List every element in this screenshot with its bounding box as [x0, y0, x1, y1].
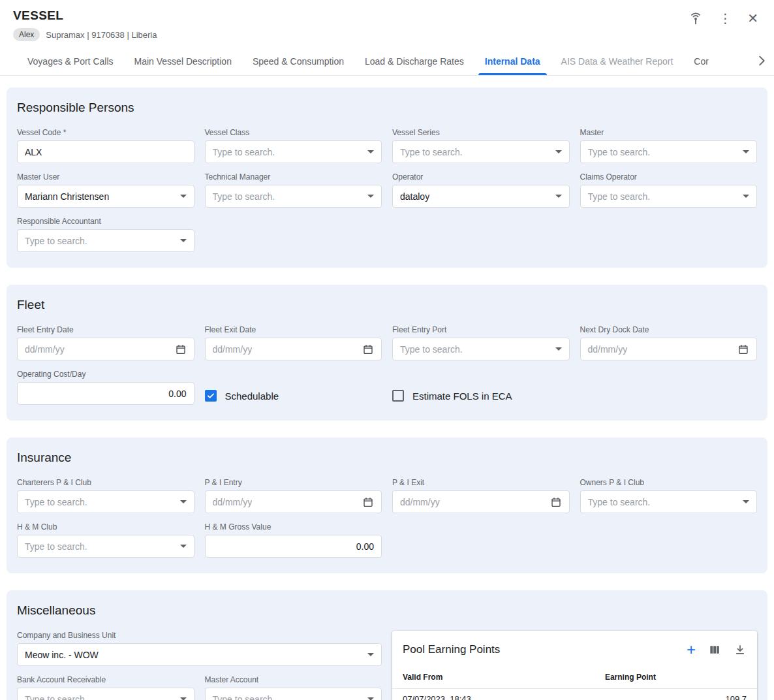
insurance-grid: Charterers P & I Club Type to search. P … — [17, 478, 757, 558]
chevron-down-icon — [555, 195, 562, 198]
fleet-grid: Fleet Entry Date dd/mm/yy Fleet Exit Dat… — [17, 325, 757, 405]
tab-internal-data[interactable]: Internal Data — [474, 46, 551, 75]
fleet-entry-date-input[interactable]: dd/mm/yy — [17, 338, 194, 360]
master-user-label: Master User — [17, 172, 194, 182]
estimate-fols-in-eca-checkbox[interactable]: Estimate FOLS in ECA — [392, 370, 570, 405]
pi-exit-field: P & I Exit dd/mm/yy — [392, 478, 570, 513]
technical-manager-label: Technical Manager — [205, 172, 382, 182]
vessel-class-select[interactable]: Type to search. — [205, 140, 382, 163]
fleet-section: Fleet Fleet Entry Date dd/mm/yy Fleet Ex… — [7, 285, 767, 421]
grid-spacer — [580, 370, 758, 405]
insurance-title: Insurance — [17, 451, 757, 465]
valid-from-cell: 07/07/2023, 18:43 — [392, 689, 595, 700]
fleet-entry-port-label: Fleet Entry Port — [392, 325, 570, 334]
charterers-pi-club-field: Charterers P & I Club Type to search. — [17, 478, 194, 513]
window-header: VESSEL Alex Supramax | 9170638 | Liberia… — [0, 0, 774, 41]
master-user-select[interactable]: Mariann Christensen — [17, 185, 194, 208]
calendar-icon[interactable] — [737, 343, 749, 355]
responsible-persons-section: Responsible Persons Vessel Code * Vessel… — [7, 88, 767, 268]
operating-cost-day-field: Operating Cost/Day — [17, 370, 194, 405]
pool-earning-points-title: Pool Earning Points — [403, 643, 500, 656]
tab-scroll-right-icon[interactable] — [752, 46, 774, 75]
responsible-accountant-select[interactable]: Type to search. — [17, 229, 194, 252]
master-account-select[interactable]: Type to search. — [205, 688, 382, 700]
pool-earning-points-actions: + — [687, 642, 747, 658]
claims-operator-select[interactable]: Type to search. — [580, 185, 758, 208]
chevron-down-icon — [367, 697, 374, 700]
vessel-series-select[interactable]: Type to search. — [392, 140, 570, 163]
company-business-unit-select[interactable]: Meow inc. - WOW — [17, 643, 382, 666]
add-row-icon[interactable]: + — [687, 642, 696, 658]
pi-exit-date-input[interactable]: dd/mm/yy — [392, 490, 570, 513]
bank-account-receivable-field: Bank Account Receivable Type to search. — [17, 675, 194, 700]
vessel-series-label: Vessel Series — [392, 128, 570, 137]
miscellaneous-section: Miscellaneous Company and Business Unit … — [7, 590, 767, 700]
charterers-pi-club-select[interactable]: Type to search. — [17, 490, 194, 513]
fleet-exit-date-input[interactable]: dd/mm/yy — [205, 338, 382, 360]
vessel-code-input[interactable] — [17, 140, 194, 163]
header-actions: ⋮ ✕ — [689, 8, 758, 25]
charterers-pi-club-label: Charterers P & I Club — [17, 478, 194, 487]
chevron-down-icon — [180, 239, 187, 242]
operator-label: Operator — [392, 172, 570, 182]
chevron-down-icon — [180, 195, 187, 198]
calendar-icon[interactable] — [362, 343, 374, 355]
schedulable-checkbox[interactable]: Schedulable — [205, 370, 382, 405]
close-icon[interactable]: ✕ — [747, 12, 758, 25]
technical-manager-field: Technical Manager Type to search. — [205, 172, 382, 208]
owners-pi-club-field: Owners P & I Club Type to search. — [580, 478, 758, 513]
technical-manager-select[interactable]: Type to search. — [205, 185, 382, 208]
master-select[interactable]: Type to search. — [580, 140, 758, 163]
download-icon[interactable] — [734, 643, 747, 656]
tab-speed-consumption[interactable]: Speed & Consumption — [242, 46, 354, 75]
main-content: Responsible Persons Vessel Code * Vessel… — [0, 76, 774, 700]
table-row[interactable]: 07/07/2023, 18:43 109.7 — [392, 689, 757, 700]
hm-gross-value-input[interactable] — [205, 535, 382, 558]
earning-point-cell: 109.7 — [595, 689, 757, 700]
hm-gross-value-label: H & M Gross Value — [205, 522, 382, 532]
company-business-unit-label: Company and Business Unit — [17, 631, 382, 640]
hm-club-select[interactable]: Type to search. — [17, 535, 194, 558]
tab-ais-data-weather-report[interactable]: AIS Data & Weather Report — [551, 46, 684, 75]
vessel-class-label: Vessel Class — [205, 128, 382, 137]
owners-pi-club-select[interactable]: Type to search. — [580, 490, 758, 513]
estimate-fols-in-eca-checkbox-label: Estimate FOLS in ECA — [412, 390, 512, 402]
next-dry-dock-date-input[interactable]: dd/mm/yy — [580, 338, 758, 360]
calendar-icon[interactable] — [550, 496, 562, 508]
operating-cost-day-input[interactable] — [17, 382, 194, 405]
vessel-subtitle: Supramax | 9170638 | Liberia — [46, 30, 157, 40]
master-account-field: Master Account Type to search. — [205, 675, 382, 700]
page-title: VESSEL — [13, 8, 157, 23]
columns-icon[interactable] — [708, 643, 721, 656]
fleet-entry-date-field: Fleet Entry Date dd/mm/yy — [17, 325, 194, 360]
hm-club-field: H & M Club Type to search. — [17, 522, 194, 558]
kebab-menu-icon[interactable]: ⋮ — [719, 12, 732, 25]
operator-select[interactable]: dataloy — [392, 185, 570, 208]
calendar-icon[interactable] — [175, 343, 187, 355]
responsible-accountant-field: Responsible Accountant Type to search. — [17, 217, 194, 252]
next-dry-dock-date-label: Next Dry Dock Date — [580, 325, 758, 334]
pi-entry-field: P & I Entry dd/mm/yy — [205, 478, 382, 513]
chevron-down-icon — [180, 697, 187, 700]
tab-contacts-truncated[interactable]: Cor — [683, 46, 719, 75]
chevron-down-icon — [367, 150, 374, 153]
vessel-subtitle-row: Alex Supramax | 9170638 | Liberia — [13, 28, 157, 41]
fleet-entry-port-field: Fleet Entry Port Type to search. — [392, 325, 570, 360]
fleet-exit-date-field: Fleet Exit Date dd/mm/yy — [205, 325, 382, 360]
pi-entry-date-input[interactable]: dd/mm/yy — [205, 490, 382, 513]
bank-account-receivable-label: Bank Account Receivable — [17, 675, 194, 684]
bank-account-receivable-select[interactable]: Type to search. — [17, 688, 194, 700]
tab-voyages-port-calls[interactable]: Voyages & Port Calls — [17, 46, 124, 75]
table-header-row: Valid From Earning Point — [392, 667, 757, 689]
tab-main-vessel-description[interactable]: Main Vessel Description — [124, 46, 242, 75]
chevron-down-icon — [367, 195, 374, 198]
fleet-entry-port-select[interactable]: Type to search. — [392, 338, 570, 360]
responsible-accountant-label: Responsible Accountant — [17, 217, 194, 226]
chevron-down-icon — [180, 545, 187, 548]
chevron-down-icon — [743, 500, 749, 503]
hm-gross-value-field: H & M Gross Value — [205, 522, 382, 558]
master-field: Master Type to search. — [580, 128, 758, 163]
tab-load-discharge-rates[interactable]: Load & Discharge Rates — [354, 46, 474, 75]
calendar-icon[interactable] — [362, 496, 374, 508]
broadcast-icon[interactable] — [689, 11, 703, 25]
